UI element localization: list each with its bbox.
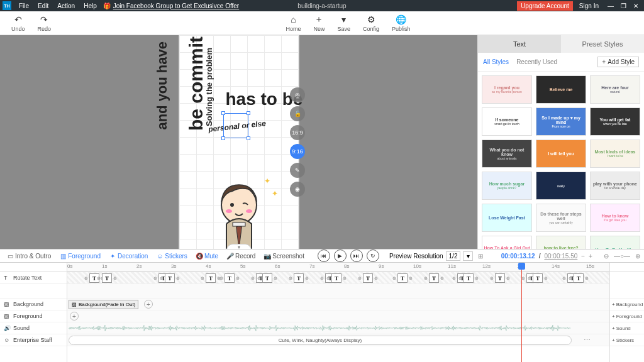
style-card[interactable]: What you do not knowabout animals xyxy=(482,140,532,168)
canvas-drag-handle[interactable]: ▾ xyxy=(226,244,252,249)
style-card[interactable]: How To Be Healthy xyxy=(590,236,640,249)
maximize-icon[interactable]: ❐ xyxy=(618,3,629,9)
style-card[interactable]: I will tell you xyxy=(536,140,586,168)
menu-action[interactable]: Action xyxy=(53,1,79,11)
resolution-dropdown[interactable]: ▾ xyxy=(463,251,473,261)
minimize-icon[interactable]: — xyxy=(605,3,616,9)
tab-preset-styles[interactable]: Preset Styles xyxy=(561,35,644,53)
close-icon[interactable]: ✕ xyxy=(630,3,641,9)
track-row-text[interactable]: TTTTTTTTTTTTTTTTTTTTT xyxy=(67,272,609,284)
aspect-916-button[interactable]: 9:16 xyxy=(290,144,305,159)
track-row-background[interactable]: ▨Background(Fade In Out) + xyxy=(67,299,609,310)
phone-canvas[interactable]: and you have be commit Solving the probl… xyxy=(179,35,299,249)
staff-clip[interactable]: Cute, Wink, Naughty(Always Display) xyxy=(69,336,572,345)
foreground-button[interactable]: ▥Foreground xyxy=(57,253,104,260)
text-clip[interactable]: T xyxy=(165,273,175,283)
style-card[interactable]: how to live free?Worry Less xyxy=(536,236,586,249)
undo-button[interactable]: ↶Undo xyxy=(5,14,31,32)
style-card[interactable]: You will get fatwhen you be late xyxy=(590,107,640,136)
canvas-text-5[interactable]: personal or else xyxy=(208,119,266,134)
subtab-recently-used[interactable]: Recently Used xyxy=(516,58,557,65)
track-label-background[interactable]: ▨Background xyxy=(0,299,67,310)
text-clip[interactable]: T xyxy=(397,273,408,283)
time-ruler[interactable]: 0s1s2s3s4s5s6s7s8s9s10s11s12s13s14s15s15… xyxy=(67,263,609,272)
style-card[interactable]: Most kinds of ideasI want to be xyxy=(590,140,640,168)
zoom-in-icon[interactable]: ⊕ xyxy=(635,253,640,260)
decoration-button[interactable]: ✦Decoration xyxy=(106,253,151,260)
text-clip[interactable]: T xyxy=(363,273,373,283)
home-button[interactable]: ⌂Home xyxy=(279,14,307,32)
track-label-sound[interactable]: 🔊Sound xyxy=(0,322,67,334)
track-content[interactable]: 0s1s2s3s4s5s6s7s8s9s10s11s12s13s14s15s15… xyxy=(67,263,609,362)
text-clip[interactable]: T xyxy=(294,273,304,283)
resolution-select[interactable]: 1/2 xyxy=(446,251,461,261)
add-fg-button[interactable]: + xyxy=(70,312,79,321)
menu-help[interactable]: Help xyxy=(80,1,101,11)
publish-button[interactable]: 🌐Publish xyxy=(386,14,417,32)
text-clip[interactable]: T xyxy=(533,273,543,283)
track-label-enterprise-staff[interactable]: ☺Enterprise Staff xyxy=(0,334,67,346)
subtab-all-styles[interactable]: All Styles xyxy=(483,58,509,65)
screenshot-button[interactable]: 📷Screenshot xyxy=(261,253,308,260)
style-card[interactable]: Here are fournatural xyxy=(590,75,640,104)
target-icon[interactable]: ◎ xyxy=(290,87,305,102)
track-label-foreground[interactable]: ▨Foreground xyxy=(0,310,67,322)
audio-waveform[interactable] xyxy=(69,324,572,332)
text-clip[interactable]: T xyxy=(102,273,112,283)
more-icon[interactable]: ⋯ xyxy=(584,336,591,344)
mute-button[interactable]: 🔇Mute xyxy=(193,253,221,260)
style-card[interactable]: How much sugarpeople drink? xyxy=(482,172,532,200)
record-button[interactable]: 🎤Record xyxy=(224,253,258,260)
canvas-text-2[interactable]: be commit xyxy=(186,36,207,131)
track-label-rotate-text[interactable]: TRotate Text xyxy=(0,272,67,284)
promo-link[interactable]: 🎁 Join Facebook Group to Get Exclusivce … xyxy=(103,3,239,9)
style-card[interactable]: Do these four steps wellyou can certainl… xyxy=(536,204,586,232)
track-row-sound[interactable] xyxy=(67,322,609,334)
add-style-button[interactable]: +Add Style xyxy=(597,57,639,67)
new-button[interactable]: ＋New xyxy=(307,14,331,32)
style-card[interactable]: really xyxy=(536,172,586,200)
signin-button[interactable]: Sign In xyxy=(574,1,604,11)
style-card[interactable]: play with your phonefor a whole day xyxy=(590,172,640,200)
prev-button[interactable]: ⏮ xyxy=(318,250,330,262)
add-stickers-button[interactable]: +Stickers xyxy=(610,334,644,346)
layers-toggle-icon[interactable]: ⊞ xyxy=(478,253,483,260)
track-row-foreground[interactable]: + xyxy=(67,310,609,322)
lock-icon[interactable]: 🔓 xyxy=(290,106,305,121)
redo-button[interactable]: ↷Redo xyxy=(31,14,58,32)
circle-icon[interactable]: ◉ xyxy=(290,182,305,197)
style-card[interactable]: If someonesmart get in touch xyxy=(482,107,532,136)
save-button[interactable]: ▾Save xyxy=(331,14,357,32)
loop-button[interactable]: ↻ xyxy=(367,250,379,262)
menu-file[interactable]: File xyxy=(15,1,33,11)
zoom-out-icon[interactable]: ⊖ xyxy=(604,253,609,260)
aspect-169-button[interactable]: 16:9 xyxy=(290,125,305,140)
add-foreground-button[interactable]: +Foreground xyxy=(610,310,644,322)
style-card[interactable]: Believe me xyxy=(536,75,586,104)
stickers-button[interactable]: ☺Stickers xyxy=(153,253,191,260)
add-background-button[interactable]: +Background xyxy=(610,299,644,310)
time-plus-button[interactable]: + xyxy=(589,253,592,260)
style-card[interactable]: Lose Weight Fast xyxy=(482,204,532,232)
add-sound-button[interactable]: +Sound xyxy=(610,322,644,334)
zoom-slider[interactable]: —○— xyxy=(614,253,630,260)
style-card[interactable]: How To Ask a Girl OutAsking her in perso… xyxy=(482,236,532,249)
text-clip[interactable]: T xyxy=(429,273,439,283)
intro-outro-button[interactable]: ▭Intro & Outro xyxy=(4,253,54,260)
text-clip[interactable]: T xyxy=(464,273,474,283)
canvas-area[interactable]: and you have be commit Solving the probl… xyxy=(0,35,477,249)
add-bg-button[interactable]: + xyxy=(144,300,153,309)
text-clip[interactable]: T xyxy=(262,273,272,283)
style-card[interactable]: I regard youas my favorite person xyxy=(482,75,532,104)
text-clip[interactable]: T xyxy=(331,273,341,283)
play-button[interactable]: ▶ xyxy=(334,250,347,262)
text-clip[interactable]: T xyxy=(225,273,235,283)
canvas-text-1[interactable]: and you have xyxy=(154,41,170,130)
character-sticker[interactable]: ✦ ✦ xyxy=(201,173,277,249)
time-minus-button[interactable]: − xyxy=(581,253,585,260)
canvas-text-3[interactable]: Solving the problem xyxy=(204,48,214,126)
upgrade-button[interactable]: Upgrade Account xyxy=(517,1,573,11)
playhead[interactable] xyxy=(521,263,522,362)
menu-edit[interactable]: Edit xyxy=(34,1,52,11)
style-card[interactable]: So I made up ♥ my mindFrom now on xyxy=(536,107,586,136)
